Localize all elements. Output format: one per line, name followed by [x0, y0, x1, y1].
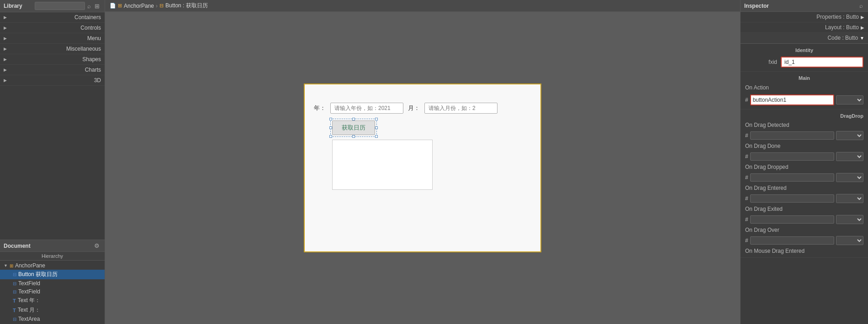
drag-dropped-input-row: # — [741, 172, 868, 183]
hierarchy-label: Hierarchy — [0, 252, 105, 261]
category-miscellaneous[interactable]: ▶ Miscellaneous — [0, 44, 105, 54]
drag-done-select[interactable] — [836, 152, 863, 161]
drag-exited-input[interactable] — [750, 215, 834, 224]
category-charts[interactable]: ▶ Charts — [0, 65, 105, 75]
handle-mr[interactable] — [375, 126, 378, 129]
breadcrumb-anchorpane: AnchorPane — [124, 3, 154, 9]
tree-item-textfield2[interactable]: ⊟ TextField — [0, 287, 105, 296]
canvas-textarea[interactable] — [332, 140, 433, 190]
tf2-icon: ⊟ — [13, 289, 16, 294]
drag-entered-input-row: # — [741, 193, 868, 204]
handle-bm[interactable] — [352, 135, 355, 138]
drag-entered-input[interactable] — [750, 194, 834, 203]
drag-detected-select[interactable] — [836, 131, 863, 140]
handle-tr[interactable] — [375, 118, 378, 120]
mouse-drag-entered-label: On Mouse Drag Entered — [745, 248, 863, 254]
drag-exited-select[interactable] — [836, 215, 863, 224]
drag-detected-label-row: On Drag Detected — [741, 120, 868, 130]
library-title: Library — [4, 3, 22, 9]
category-controls[interactable]: ▶ Controls — [0, 23, 105, 33]
tree-item-text-month[interactable]: T Text 月： — [0, 305, 105, 315]
drag-entered-select[interactable] — [836, 194, 863, 203]
ta-icon: ⊟ — [13, 317, 16, 322]
on-action-select[interactable] — [836, 95, 863, 105]
anchorpane-label: AnchorPane — [15, 262, 45, 269]
tree-item-text-year[interactable]: T Text 年： — [0, 296, 105, 305]
drag-done-input[interactable] — [750, 152, 834, 161]
library-search-input[interactable] — [35, 2, 85, 10]
drag-over-label-row: On Drag Over — [741, 225, 868, 235]
tab-properties[interactable]: Properties : Butto ▶ — [741, 12, 868, 22]
document-title: Document — [4, 243, 31, 249]
year-input[interactable] — [330, 103, 403, 114]
handle-br[interactable] — [375, 135, 378, 138]
handle-bl[interactable] — [329, 135, 332, 138]
settings-icon-btn[interactable]: ⊞ — [93, 2, 101, 10]
on-action-input[interactable] — [750, 94, 834, 105]
layout-tab-arrow: ▶ — [861, 25, 864, 30]
drag-over-input[interactable] — [750, 236, 834, 245]
category-3d[interactable]: ▶ 3D — [0, 75, 105, 86]
inspector-search-btn[interactable]: ⌕ — [858, 2, 864, 10]
charts-label: Charts — [9, 67, 101, 73]
drag-entered-label: On Drag Entered — [745, 185, 863, 191]
tab-layout[interactable]: Layout : Butto ▶ — [741, 22, 868, 33]
anchorpane-expand-arrow: ▼ — [4, 263, 8, 268]
button-label: Button 获取日历 — [18, 271, 58, 278]
tree-item-button[interactable]: ⊟ Button 获取日历 — [0, 270, 105, 279]
menu-arrow: ▶ — [4, 36, 7, 41]
handle-tl[interactable] — [329, 118, 332, 120]
drag-exited-hash: # — [745, 216, 748, 223]
misc-label: Miscellaneous — [9, 46, 101, 52]
center-panel: 📄 ⊞ AnchorPane › ⊟ Button : 获取日历 年： 月： 获… — [105, 0, 740, 324]
drag-exited-input-row: # — [741, 214, 868, 225]
drag-exited-label-row: On Drag Exited — [741, 204, 868, 214]
tf1-icon: ⊟ — [13, 281, 16, 286]
fxid-input[interactable] — [781, 57, 863, 68]
drag-dropped-input[interactable] — [750, 173, 834, 182]
menu-label: Menu — [9, 35, 101, 42]
year-label: 年： — [314, 104, 326, 112]
main-section: Main On Action # — [741, 72, 868, 110]
containers-arrow: ▶ — [4, 15, 7, 20]
drag-dropped-select[interactable] — [836, 173, 863, 182]
tree-item-textarea[interactable]: ⊟ TextArea — [0, 315, 105, 323]
charts-arrow: ▶ — [4, 68, 7, 72]
month-input[interactable] — [424, 103, 498, 114]
breadcrumb-sep: › — [156, 3, 158, 9]
tree-item-textfield1[interactable]: ⊟ TextField — [0, 279, 105, 287]
fx-pane: 年： 月： 获取日历 — [304, 84, 541, 252]
category-containers[interactable]: ▶ Containers — [0, 12, 105, 23]
properties-tab-label: Properties : Butto — [816, 14, 859, 20]
tree-item-anchorpane[interactable]: ▼ ⊞ AnchorPane — [0, 261, 105, 270]
on-action-label: On Action — [745, 84, 769, 91]
search-icon-btn[interactable]: ⌕ — [86, 2, 92, 10]
drag-over-select[interactable] — [836, 236, 863, 245]
tf2-label: TextField — [18, 288, 40, 295]
button-container: 获取日历 — [332, 120, 375, 135]
breadcrumb-button-icon: ⊟ — [159, 3, 164, 9]
tm-label: Text 月： — [18, 306, 40, 314]
drag-over-input-row: # — [741, 235, 868, 246]
document-header: Document ⚙ — [0, 240, 105, 252]
document-settings-btn[interactable]: ⚙ — [93, 242, 101, 250]
anchorpane-icon: ⊞ — [10, 263, 13, 268]
tab-code[interactable]: Code : Butto ▼ — [741, 33, 868, 43]
tf1-label: TextField — [18, 280, 40, 287]
code-tab-arrow: ▼ — [860, 36, 864, 41]
ta-label: TextArea — [18, 316, 40, 322]
drag-over-hash: # — [745, 237, 748, 244]
drag-detected-input[interactable] — [750, 131, 834, 140]
category-menu[interactable]: ▶ Menu — [0, 33, 105, 44]
category-shapes[interactable]: ▶ Shapes — [0, 54, 105, 65]
month-label: 月： — [408, 104, 420, 112]
inspector-header: Inspector ⌕ — [741, 0, 868, 12]
get-calendar-button[interactable]: 获取日历 — [332, 120, 375, 135]
shapes-arrow: ▶ — [4, 57, 7, 62]
drag-entered-label-row: On Drag Entered — [741, 183, 868, 193]
breadcrumb-doc-icon: 📄 — [110, 3, 116, 9]
identity-title: Identity — [741, 46, 868, 55]
dragdrop-title: DragDrop — [741, 111, 868, 120]
drag-dropped-label: On Drag Dropped — [745, 164, 863, 170]
inspector-title: Inspector — [744, 3, 769, 9]
